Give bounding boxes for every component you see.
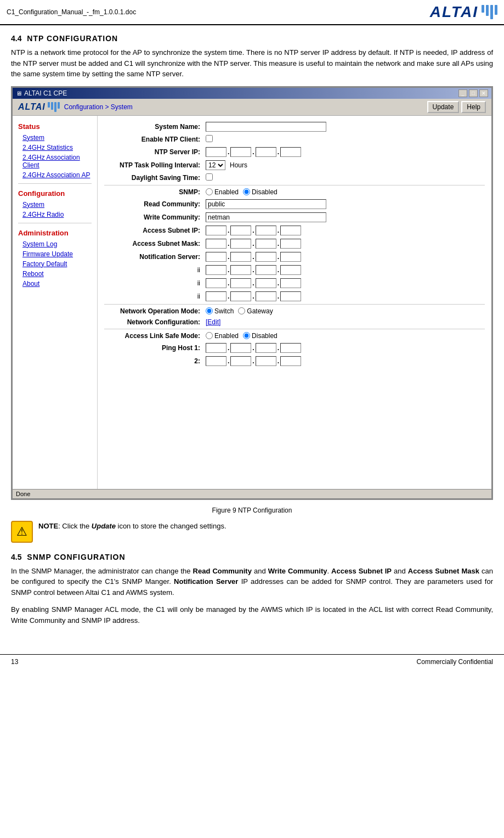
als-disabled-radio[interactable] — [243, 332, 250, 339]
ping-host2-value: . . . — [203, 355, 485, 368]
notif-octet1[interactable] — [206, 252, 226, 262]
ntp-ip-group: . . . — [206, 147, 482, 157]
ii2-octet2[interactable] — [230, 278, 251, 288]
sidebar-item-24ghz-assoc-client[interactable]: 2.4GHz Association Client — [13, 153, 97, 170]
switch-label[interactable]: Switch — [206, 307, 234, 315]
als-enabled-radio[interactable] — [206, 332, 213, 339]
ii2-octet4[interactable] — [280, 278, 301, 288]
ping-host1-value: . . . — [203, 341, 485, 355]
section-4-4-body: NTP is a network time protocol for the A… — [11, 47, 493, 80]
window-title-area: 🖥 ALTAI C1 CPE — [16, 89, 67, 97]
asmask-octet3[interactable] — [256, 239, 276, 249]
sidebar-item-system-log[interactable]: System Log — [13, 239, 97, 249]
ii-ip-group-3: . . . — [206, 291, 482, 301]
logo-bar-4 — [495, 5, 497, 15]
asip-octet4[interactable] — [280, 226, 301, 235]
update-button[interactable]: Update — [427, 101, 460, 113]
notif-octet4[interactable] — [280, 252, 301, 262]
ii-value-2: . . . — [203, 277, 485, 290]
ii1-octet4[interactable] — [280, 265, 301, 275]
sidebar-item-factory-default[interactable]: Factory Default — [13, 259, 97, 269]
system-name-label: System Name: — [104, 120, 203, 133]
snmp-enabled-radio[interactable] — [206, 188, 213, 195]
ping2-octet3[interactable] — [256, 356, 276, 366]
close-button[interactable]: ✕ — [479, 89, 488, 97]
daylight-checkbox[interactable] — [206, 173, 213, 181]
asmask-octet2[interactable] — [230, 239, 251, 249]
sidebar-item-24ghz-stats[interactable]: 2.4GHz Statistics — [13, 143, 97, 153]
access-subnet-ip-label: Access Subnet IP: — [104, 224, 203, 237]
section-4-5-body1: In the SNMP Manager, the administrator c… — [11, 566, 493, 598]
notif-octet3[interactable] — [256, 252, 276, 262]
ii3-octet1[interactable] — [206, 291, 226, 301]
sidebar-item-system-status[interactable]: System — [13, 133, 97, 143]
sidebar-sep-2 — [18, 223, 92, 223]
gateway-label[interactable]: Gateway — [238, 307, 273, 315]
ii1-octet2[interactable] — [230, 265, 251, 275]
topbar-logo: ALTAI — [18, 102, 60, 112]
ii2-octet3[interactable] — [256, 278, 276, 288]
read-community-value — [203, 198, 485, 211]
ping1-octet4[interactable] — [280, 343, 301, 353]
switch-radio[interactable] — [206, 307, 213, 314]
access-subnet-ip-group: . . . — [206, 226, 482, 235]
edit-link[interactable]: [Edit] — [206, 318, 220, 326]
asip-octet3[interactable] — [256, 226, 276, 235]
sidebar-item-firmware-update[interactable]: Firmware Update — [13, 249, 97, 259]
notif-octet2[interactable] — [230, 252, 251, 262]
snmp-label: SNMP: — [104, 187, 203, 198]
sidebar-item-reboot[interactable]: Reboot — [13, 269, 97, 279]
snmp-disabled-radio[interactable] — [243, 188, 250, 195]
access-link-safe-label: Access Link Safe Mode: — [104, 330, 203, 341]
enable-ntp-checkbox[interactable] — [206, 135, 213, 142]
als-enabled-label[interactable]: Enabled — [206, 332, 239, 340]
sidebar-item-24ghz-radio[interactable]: 2.4GHz Radio — [13, 210, 97, 220]
als-disabled-label[interactable]: Disabled — [243, 332, 278, 340]
window-controls[interactable]: _ □ ✕ — [458, 89, 488, 97]
write-community-input[interactable] — [206, 212, 326, 222]
ii3-octet2[interactable] — [230, 291, 251, 301]
gateway-radio[interactable] — [238, 307, 245, 314]
read-community-input[interactable] — [206, 199, 326, 209]
ping2-octet2[interactable] — [230, 356, 251, 366]
ntp-polling-select[interactable]: 12 — [206, 160, 225, 170]
topbar-buttons[interactable]: Update Help — [427, 101, 486, 113]
ii-row-2: ii . . . — [104, 277, 485, 290]
asmask-octet4[interactable] — [280, 239, 301, 249]
document-header: C1_Configuration_Manual_-_fm_1.0.0.1.doc… — [0, 0, 504, 25]
daylight-label: Daylight Saving Time: — [104, 172, 203, 184]
ii2-octet1[interactable] — [206, 278, 226, 288]
sidebar-item-about[interactable]: About — [13, 279, 97, 289]
ping2-octet1[interactable] — [206, 356, 226, 366]
help-button[interactable]: Help — [461, 101, 486, 113]
ii3-octet3[interactable] — [256, 291, 276, 301]
ii3-octet4[interactable] — [280, 291, 301, 301]
asip-octet1[interactable] — [206, 226, 226, 235]
system-name-input[interactable] — [206, 122, 326, 132]
snmp-disabled-label[interactable]: Disabled — [243, 188, 278, 196]
ping1-octet3[interactable] — [256, 343, 276, 353]
ntp-ip-octet2[interactable] — [230, 147, 251, 157]
page-content: 4.4 NTP Configuration NTP is a network t… — [0, 30, 504, 643]
ping2-octet4[interactable] — [280, 356, 301, 366]
ping1-octet2[interactable] — [230, 343, 251, 353]
hours-label: Hours — [230, 161, 247, 169]
network-op-mode-row: Network Operation Mode: Switch — [104, 306, 485, 317]
ntp-ip-octet3[interactable] — [256, 147, 276, 157]
maximize-button[interactable]: □ — [469, 89, 478, 97]
sidebar-item-24ghz-assoc-ap[interactable]: 2.4GHz Association AP — [13, 170, 97, 180]
ii1-octet3[interactable] — [256, 265, 276, 275]
snmp-enabled-label[interactable]: Enabled — [206, 188, 239, 196]
asmask-octet1[interactable] — [206, 239, 226, 249]
ping1-octet1[interactable] — [206, 343, 226, 353]
ii-label-1: ii — [104, 263, 203, 277]
minimize-button[interactable]: _ — [458, 89, 467, 97]
enable-ntp-value — [203, 133, 485, 145]
asip-octet2[interactable] — [230, 226, 251, 235]
sidebar-item-system-config[interactable]: System — [13, 200, 97, 210]
ntp-ip-octet1[interactable] — [206, 147, 226, 157]
ii1-octet1[interactable] — [206, 265, 226, 275]
ii-row-1: ii . . . — [104, 263, 485, 277]
ntp-polling-row: NTP Task Polling Interval: 12 Hours — [104, 159, 485, 172]
ntp-ip-octet4[interactable] — [280, 147, 301, 157]
